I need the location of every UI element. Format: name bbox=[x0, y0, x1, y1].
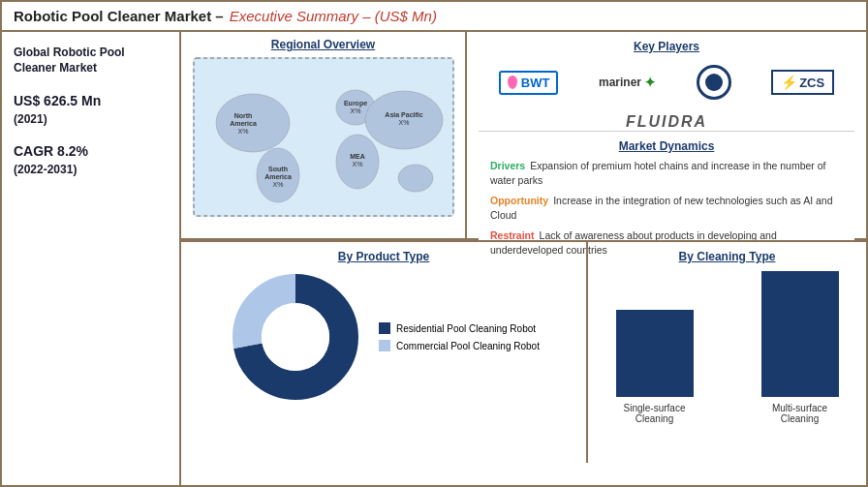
key-players-title: Key Players bbox=[479, 40, 854, 53]
bwt-drop-icon bbox=[508, 76, 517, 89]
zcs-logo: ⚡ ZCS bbox=[771, 70, 834, 95]
right-area: Regional Overview bbox=[181, 32, 866, 485]
regional-title: Regional Overview bbox=[271, 38, 375, 51]
drivers-label: Drivers bbox=[490, 160, 525, 171]
cagr-value: CAGR 8.2% bbox=[14, 143, 168, 159]
residential-color-box bbox=[379, 322, 390, 334]
main-content: Global Robotic Pool Cleaner Market US$ 6… bbox=[2, 32, 866, 485]
svg-text:America: America bbox=[230, 120, 257, 127]
cleaning-type-panel: By Cleaning Type Single-surface Cleaning… bbox=[588, 242, 866, 463]
dynamics-opportunity: Opportunity Increase in the integration … bbox=[490, 194, 843, 224]
commercial-color-box bbox=[379, 340, 390, 351]
left-panel: Global Robotic Pool Cleaner Market US$ 6… bbox=[2, 32, 181, 485]
donut-chart bbox=[228, 269, 363, 405]
cagr-years: (2022-2031) bbox=[14, 163, 168, 176]
mariner-logo: mariner ✦ bbox=[599, 75, 656, 90]
bar-multi-surface: Multi-surface Cleaning bbox=[757, 271, 844, 424]
residential-label: Residential Pool Cleaning Robot bbox=[396, 323, 536, 334]
svg-text:X%: X% bbox=[352, 161, 362, 167]
market-name: Global Robotic Pool Cleaner Market bbox=[14, 46, 168, 76]
svg-text:X%: X% bbox=[272, 181, 283, 188]
bottom-section: By Product Type bbox=[181, 240, 866, 463]
key-players-panel: Key Players BWT mariner bbox=[467, 32, 866, 238]
header: Robotic Pool Cleaner Market – Executive … bbox=[2, 2, 866, 32]
bar-chart-area: Single-surface Cleaning Multi-surface Cl… bbox=[611, 279, 844, 424]
market-dynamics-title: Market Dynamics bbox=[490, 139, 843, 153]
multi-surface-label: Multi-surface Cleaning bbox=[757, 403, 844, 424]
world-map: North America X% Europe X% Asia Pacific … bbox=[193, 57, 454, 217]
zodiac-logo bbox=[697, 65, 731, 100]
header-title-italic: Executive Summary – (US$ Mn) bbox=[230, 8, 437, 24]
legend-items: Residential Pool Cleaning Robot Commerci… bbox=[379, 322, 540, 351]
fluidra-row: FLUIDRA bbox=[479, 113, 854, 131]
svg-text:Asia Pacific: Asia Pacific bbox=[385, 111, 422, 118]
commercial-label: Commercial Pool Cleaning Robot bbox=[396, 341, 540, 351]
legend-residential: Residential Pool Cleaning Robot bbox=[379, 322, 540, 334]
svg-text:X%: X% bbox=[398, 119, 409, 126]
svg-text:X%: X% bbox=[237, 128, 248, 135]
single-surface-label: Single-surface Cleaning bbox=[611, 403, 698, 424]
legend-commercial: Commercial Pool Cleaning Robot bbox=[379, 340, 540, 351]
svg-text:America: America bbox=[264, 173, 292, 180]
svg-text:MEA: MEA bbox=[350, 153, 365, 160]
top-section: Regional Overview bbox=[181, 32, 866, 240]
donut-container: Residential Pool Cleaning Robot Commerci… bbox=[228, 269, 540, 405]
page-wrapper: Robotic Pool Cleaner Market – Executive … bbox=[0, 0, 868, 487]
header-title-black: Robotic Pool Cleaner Market – bbox=[14, 8, 224, 24]
zcs-bolt-icon: ⚡ bbox=[781, 75, 797, 90]
svg-text:North: North bbox=[233, 112, 252, 119]
product-type-panel: By Product Type bbox=[181, 242, 588, 463]
svg-text:South: South bbox=[268, 166, 288, 172]
cleaning-type-title: By Cleaning Type bbox=[679, 250, 776, 263]
regional-panel: Regional Overview bbox=[181, 32, 467, 238]
players-logos-row: BWT mariner ✦ bbox=[479, 65, 854, 100]
market-value: US$ 626.5 Mn bbox=[14, 93, 168, 108]
fluidra-logo: FLUIDRA bbox=[626, 113, 707, 131]
single-surface-bar bbox=[616, 310, 694, 397]
svg-text:Europe: Europe bbox=[343, 100, 366, 107]
market-year: (2021) bbox=[14, 112, 168, 126]
svg-text:X%: X% bbox=[350, 107, 360, 114]
drivers-text: Expansion of premium hotel chains and in… bbox=[490, 160, 826, 186]
multi-surface-bar bbox=[761, 271, 839, 397]
svg-point-22 bbox=[262, 303, 329, 371]
bwt-logo: BWT bbox=[499, 71, 559, 95]
bar-single-surface: Single-surface Cleaning bbox=[611, 310, 698, 424]
product-type-title: By Product Type bbox=[338, 250, 429, 263]
opportunity-label: Opportunity bbox=[490, 195, 548, 206]
restraint-label: Restraint bbox=[490, 229, 535, 241]
svg-point-6 bbox=[398, 165, 433, 192]
mariner-star-icon: ✦ bbox=[644, 75, 656, 90]
dynamics-drivers: Drivers Expansion of premium hotel chain… bbox=[490, 159, 843, 189]
